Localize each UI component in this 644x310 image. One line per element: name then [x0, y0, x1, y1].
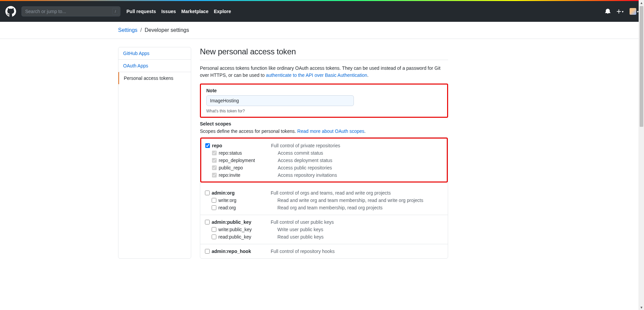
scope-name: public_repo [217, 165, 278, 170]
scope-description: Read and write org and team membership, … [277, 198, 423, 203]
scope-name: repo [210, 143, 271, 148]
search-wrap: / [21, 6, 120, 16]
scope-checkbox[interactable] [212, 227, 216, 232]
scope-checkbox [212, 151, 217, 155]
scope-name: admin:public_key [210, 219, 271, 225]
scope-description: Access commit status [278, 150, 323, 156]
scope-checkbox[interactable] [212, 205, 216, 210]
scope-row: repo:statusAccess commit status [205, 149, 443, 157]
scope-checkbox[interactable] [205, 249, 210, 254]
chevron-down-icon: ▾ [622, 10, 624, 13]
primary-nav: Pull requests Issues Marketplace Explore [126, 9, 231, 14]
scopes-highlight-box: repoFull control of private repositories… [200, 138, 448, 183]
note-hint: What's this token for? [206, 109, 442, 113]
create-new-menu[interactable]: ▾ [616, 9, 624, 14]
lead-text-post: . [367, 72, 369, 78]
scope-name: repo_deployment [217, 158, 278, 163]
note-label: Note [206, 88, 442, 93]
page-title: New personal access token [200, 47, 448, 60]
scope-checkbox [212, 165, 217, 170]
breadcrumb: Settings / Developer settings [118, 27, 526, 33]
scope-name: admin:repo_hook [210, 249, 271, 254]
scope-group: admin:orgFull control of orgs and teams,… [200, 186, 448, 215]
subnav: Settings / Developer settings [0, 22, 644, 39]
scope-group: admin:public_keyFull control of user pub… [200, 215, 448, 244]
header-right: ▾ ▾ [605, 8, 639, 15]
scope-row: repoFull control of private repositories [205, 142, 443, 149]
sidebar-item-github-apps[interactable]: GitHub Apps [118, 47, 191, 60]
breadcrumb-current: Developer settings [145, 27, 189, 33]
scopes-table: repoFull control of private repositories… [200, 137, 448, 259]
scope-row: admin:public_keyFull control of user pub… [205, 218, 443, 226]
scope-checkbox[interactable] [212, 235, 216, 239]
scope-checkbox[interactable] [205, 191, 210, 195]
scope-description: Access repository invitations [278, 172, 337, 178]
page-container: GitHub Apps OAuth Apps Personal access t… [107, 39, 537, 267]
scope-row: repo_deploymentAccess deployment status [205, 157, 443, 164]
scope-name: write:public_key [216, 227, 277, 232]
scope-row: admin:repo_hookFull control of repositor… [205, 248, 443, 255]
scope-group: admin:repo_hookFull control of repositor… [200, 244, 448, 258]
scope-description: Full control of orgs and teams, read and… [271, 190, 391, 196]
scroll-up-arrow[interactable]: ▲ [639, 0, 644, 5]
scopes-lead: Scopes define the access for personal to… [200, 128, 448, 134]
sidebar: GitHub Apps OAuth Apps Personal access t… [118, 47, 191, 259]
scroll-thumb[interactable] [640, 6, 643, 127]
scope-row: read:orgRead org and team membership, re… [205, 204, 443, 211]
lead-paragraph: Personal access tokens function like ord… [200, 65, 448, 79]
scopes-lead-link[interactable]: Read more about OAuth scopes [297, 128, 364, 134]
scope-row: write:public_keyWrite user public keys [205, 226, 443, 233]
scope-name: repo:invite [217, 172, 278, 178]
notifications-icon[interactable] [605, 8, 610, 15]
scope-name: read:org [216, 205, 277, 210]
sidebar-item-oauth-apps[interactable]: OAuth Apps [118, 60, 191, 72]
scope-checkbox[interactable] [205, 143, 210, 148]
scope-row: admin:orgFull control of orgs and teams,… [205, 189, 443, 197]
scope-group: repoFull control of private repositories… [205, 141, 443, 179]
breadcrumb-separator: / [140, 27, 142, 33]
global-header: / Pull requests Issues Marketplace Explo… [0, 1, 644, 22]
nav-pull-requests[interactable]: Pull requests [126, 9, 156, 14]
nav-marketplace[interactable]: Marketplace [181, 9, 209, 14]
main-content: New personal access token Personal acces… [200, 47, 448, 259]
scope-row: read:public_keyRead user public keys [205, 233, 443, 241]
scope-name: read:public_key [216, 234, 277, 240]
scope-description: Read user public keys [277, 234, 324, 240]
lead-link[interactable]: authenticate to the API over Basic Authe… [266, 72, 367, 78]
vertical-scrollbar[interactable]: ▲ ▼ [639, 0, 644, 267]
scope-name: write:org [216, 198, 277, 203]
avatar [630, 8, 636, 15]
select-scopes-heading: Select scopes [200, 121, 448, 126]
sidebar-item-personal-access-tokens[interactable]: Personal access tokens [118, 72, 191, 84]
nav-issues[interactable]: Issues [161, 9, 176, 14]
scope-description: Full control of repository hooks [271, 249, 335, 254]
search-shortcut-badge: / [112, 8, 118, 15]
scope-checkbox [212, 173, 217, 177]
scope-description: Write user public keys [277, 227, 323, 232]
scope-checkbox [212, 158, 217, 163]
scope-description: Full control of user public keys [271, 219, 334, 225]
nav-explore[interactable]: Explore [214, 9, 231, 14]
scope-row: public_repoAccess public repositories [205, 164, 443, 171]
scope-description: Read org and team membership, read org p… [277, 205, 383, 210]
note-highlight-box: Note What's this token for? [200, 84, 448, 118]
scope-name: admin:org [210, 190, 271, 196]
scope-name: repo:status [217, 150, 278, 156]
note-input[interactable] [206, 95, 354, 106]
breadcrumb-settings[interactable]: Settings [118, 27, 138, 33]
scope-description: Access public repositories [278, 165, 332, 170]
scopes-lead-pre: Scopes define the access for personal to… [200, 128, 297, 134]
user-menu[interactable]: ▾ [630, 8, 639, 15]
scope-checkbox[interactable] [205, 220, 210, 224]
scope-row: repo:inviteAccess repository invitations [205, 171, 443, 179]
scopes-lead-post: . [364, 128, 366, 134]
search-input[interactable] [21, 6, 120, 16]
scope-row: write:orgRead and write org and team mem… [205, 197, 443, 204]
scope-description: Full control of private repositories [271, 143, 340, 148]
scope-checkbox[interactable] [212, 198, 216, 203]
scope-description: Access deployment status [278, 158, 332, 163]
github-logo[interactable] [5, 6, 16, 17]
